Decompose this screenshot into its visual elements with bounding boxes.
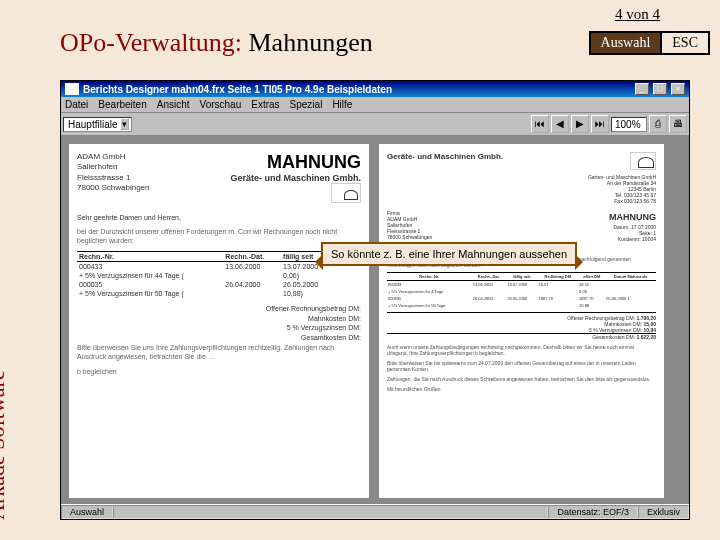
status-auswahl: Auswahl bbox=[61, 505, 113, 519]
menu-ansicht[interactable]: Ansicht bbox=[157, 99, 190, 110]
print-button[interactable]: 🖶 bbox=[669, 115, 687, 133]
company-logo-icon bbox=[331, 183, 361, 203]
footer-text: Bitte überweisen Sie uns Ihre Zahlungsve… bbox=[77, 343, 361, 361]
next-page-button[interactable]: ▶ bbox=[571, 115, 589, 133]
report-designer-window: Berichts Designer mahn04.frx Seite 1 TI0… bbox=[60, 80, 690, 520]
sum-line: Gesamtkosten DM: bbox=[77, 333, 361, 343]
table-row: + 5% Verzugszinsen für 50 Tage10,88 bbox=[387, 302, 656, 309]
doc-info: Datum: 17.07.2000Seite: 1Kundennr: 10004 bbox=[609, 224, 656, 242]
prev-page-button[interactable]: ◀ bbox=[551, 115, 569, 133]
addr-line: ADAM GmbH bbox=[77, 152, 150, 162]
preview-canvas: ADAM GmbH Salierhofen Fleissstrasse 1 78… bbox=[61, 136, 689, 506]
esc-button[interactable]: ESC bbox=[662, 31, 710, 55]
addr-line: Salierhofen bbox=[77, 162, 150, 172]
header: OPo-Verwaltung: Mahnungen Auswahl ESC bbox=[60, 28, 710, 58]
table-row: + 5% Verzugszinsen für 44 Tage (0,06) bbox=[77, 271, 361, 280]
menu-extras[interactable]: Extras bbox=[251, 99, 279, 110]
first-page-button[interactable]: ⏮ bbox=[531, 115, 549, 133]
window-titlebar: Berichts Designer mahn04.frx Seite 1 TI0… bbox=[61, 81, 689, 97]
company-address: Garten- und Maschinen GmbHAn der Randstr… bbox=[387, 174, 656, 204]
last-page-button[interactable]: ⏭ bbox=[591, 115, 609, 133]
statusbar: Auswahl Datensatz: EOF/3 Exklusiv bbox=[61, 504, 689, 519]
th: Rechn.-Dat. bbox=[223, 251, 281, 261]
table-row: + 5% Verzugszinsen für 50 Tage (10,88) bbox=[77, 289, 361, 298]
brand-sidebar: Arkade Software bbox=[0, 370, 10, 520]
body-text: bei der Durchsicht unserer offenen Forde… bbox=[77, 227, 361, 245]
page-title: OPo-Verwaltung: Mahnungen bbox=[60, 28, 373, 58]
invoice-table: Rechn.-Nr.Rechn.-Dat.fällig seitRe-Betra… bbox=[387, 272, 656, 309]
company-logo-icon bbox=[630, 152, 656, 170]
mahnung-heading: MAHNUNG bbox=[609, 212, 656, 222]
annotation-callout: So könnte z. B. eine Ihrer Mahnungen aus… bbox=[321, 242, 577, 266]
header-buttons: Auswahl ESC bbox=[589, 31, 710, 55]
menu-vorschau[interactable]: Vorschau bbox=[200, 99, 242, 110]
table-row: 00003526.04.200026.05.20001887,701887,70… bbox=[387, 295, 656, 302]
menubar: Datei Bearbeiten Ansicht Vorschau Extras… bbox=[61, 97, 689, 113]
sum-line: 5 % Verzugszinsen DM: bbox=[77, 323, 361, 333]
table-row: + 5% Verzugszinsen für 4 Tage0,06 bbox=[387, 288, 656, 295]
recipient-address: FirmaADAM GmbHSalierhofenFleissstrasse 1… bbox=[387, 210, 432, 242]
addr-line: Fleissstrasse 1 bbox=[77, 173, 150, 183]
auswahl-button[interactable]: Auswahl bbox=[589, 31, 663, 55]
addr-line: 78000 Schwabingen bbox=[77, 183, 150, 193]
greeting: Sehr geehrte Damen und Herren, bbox=[77, 214, 361, 221]
maximize-button[interactable]: □ bbox=[653, 83, 667, 95]
footer-text: Zahlungen, die Sie nach Ausdruck dieses … bbox=[387, 376, 656, 382]
preview-page-left: ADAM GmbH Salierhofen Fleissstrasse 1 78… bbox=[69, 144, 369, 498]
menu-hilfe[interactable]: Hilfe bbox=[332, 99, 352, 110]
sum-line: Offener Rechnungsbetrag DM: bbox=[77, 304, 361, 314]
sender-address: ADAM GmbH Salierhofen Fleissstrasse 1 78… bbox=[77, 152, 150, 194]
sums: Offener Rechnungsbetrag DM: 1.796,20 Mah… bbox=[387, 312, 656, 340]
zoom-field[interactable]: 100% bbox=[611, 117, 647, 132]
window-title: Berichts Designer mahn04.frx Seite 1 TI0… bbox=[83, 84, 631, 95]
status-record: Datensatz: EOF/3 bbox=[548, 505, 638, 519]
page-counter: 4 von 4 bbox=[615, 6, 660, 23]
close-preview-button[interactable]: ⎙ bbox=[649, 115, 667, 133]
close-button[interactable]: × bbox=[671, 83, 685, 95]
mahnung-heading: MAHNUNG bbox=[230, 152, 361, 173]
closing: Mit freundlichen Grüßen bbox=[387, 386, 656, 392]
footer-text-2: b begleichen bbox=[77, 367, 361, 376]
menu-bearbeiten[interactable]: Bearbeiten bbox=[98, 99, 146, 110]
minimize-button[interactable]: _ bbox=[635, 83, 649, 95]
table-row: 00003526.04.200026.05.2000 bbox=[77, 280, 361, 289]
title-main: Mahnungen bbox=[248, 28, 372, 57]
status-mode: Exklusiv bbox=[638, 505, 689, 519]
table-row: 00003313.06.200013.07.200018,5118,51 bbox=[387, 281, 656, 289]
sum-line: Mahnkosten DM: bbox=[77, 314, 361, 324]
company-logo-text: Geräte- und Maschinen Gmbh. bbox=[387, 152, 503, 161]
title-prefix: OPo-Verwaltung: bbox=[60, 28, 248, 57]
app-icon bbox=[65, 83, 79, 95]
th: Rechn.-Nr. bbox=[77, 251, 223, 261]
preview-page-right: Geräte- und Maschinen Gmbh. Garten- und … bbox=[379, 144, 664, 498]
menu-datei[interactable]: Datei bbox=[65, 99, 88, 110]
company-logo-text: Geräte- und Maschinen Gmbh. bbox=[230, 173, 361, 183]
toolbar: Hauptfiliale ⏮ ◀ ▶ ⏭ 100% ⎙ 🖶 bbox=[61, 113, 689, 136]
footer-text: Auch wenn unsere Zahlungsbedingungen rec… bbox=[387, 344, 656, 356]
sums: Offener Rechnungsbetrag DM: Mahnkosten D… bbox=[77, 304, 361, 343]
footer-text: Bitte überweisen Sie bis spätestens zum … bbox=[387, 360, 656, 372]
menu-spezial[interactable]: Spezial bbox=[290, 99, 323, 110]
branch-dropdown[interactable]: Hauptfiliale bbox=[63, 117, 132, 132]
